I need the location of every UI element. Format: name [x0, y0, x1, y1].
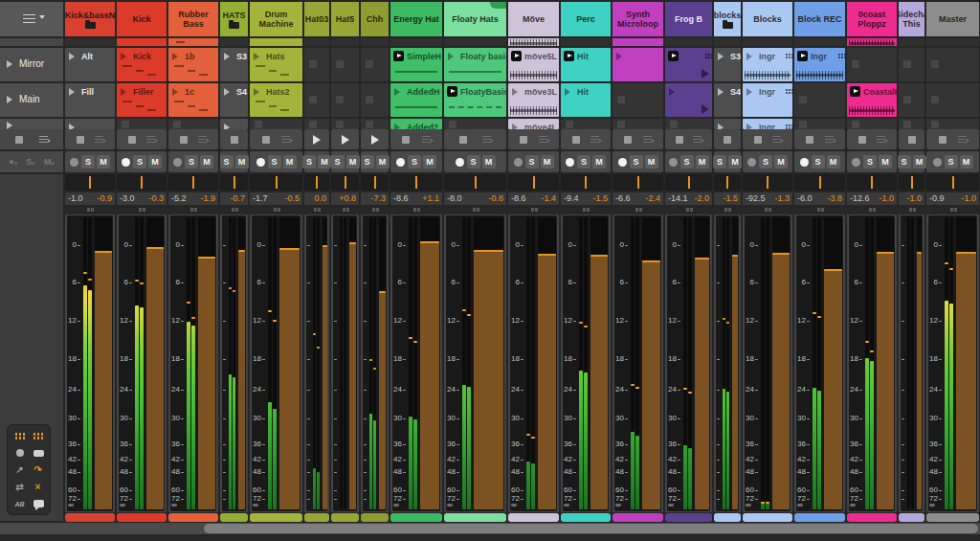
track-header-synth-microloop[interactable]: Synth Microloop	[612, 2, 663, 36]
clip-stop-icon[interactable]	[366, 96, 373, 103]
clip-play-icon[interactable]	[565, 88, 570, 96]
stop-all-icon[interactable]	[15, 136, 23, 144]
clip-slot[interactable]	[612, 119, 663, 129]
clip-slot[interactable]	[331, 48, 359, 81]
volume-fader[interactable]	[420, 241, 439, 509]
mixer-grid-icon[interactable]	[32, 430, 45, 440]
record-arm-button[interactable]	[122, 158, 130, 167]
scene-list-icon[interactable]	[958, 136, 967, 143]
stop-clips-icon[interactable]	[572, 136, 580, 144]
clip-stop-icon[interactable]	[366, 60, 373, 68]
pan-control[interactable]	[331, 174, 359, 191]
volume-fader[interactable]	[732, 255, 738, 509]
mute-button[interactable]: M	[879, 155, 892, 169]
scene-row-2[interactable]	[0, 119, 63, 129]
pan-control[interactable]	[168, 174, 218, 191]
stop-clips-icon[interactable]	[520, 136, 527, 144]
mute-button[interactable]: M	[148, 155, 162, 169]
track-header-kick-bassn[interactable]: Kick&bassN	[65, 2, 115, 36]
clip-playing-icon[interactable]	[393, 51, 404, 61]
volume-fader[interactable]	[279, 248, 300, 509]
solo-button[interactable]: S	[525, 155, 539, 169]
clip-slot[interactable]: Hit	[561, 48, 611, 81]
scene-play-icon[interactable]	[7, 96, 12, 103]
clip-stop-icon[interactable]	[173, 121, 181, 128]
mute-button[interactable]: M	[541, 155, 554, 169]
clip-play-icon[interactable]	[224, 53, 230, 60]
pan-control[interactable]	[794, 174, 845, 191]
clip-stop-icon[interactable]	[366, 121, 373, 128]
pan-control[interactable]	[899, 174, 924, 191]
mute-button[interactable]: M	[283, 155, 297, 169]
clip-play-icon[interactable]	[172, 88, 178, 96]
stop-clips-icon[interactable]	[624, 136, 632, 144]
pan-control[interactable]	[444, 174, 506, 191]
track-header-hat5[interactable]: Hat5	[331, 2, 359, 36]
scene-row-mirror[interactable]: Mirror	[0, 48, 63, 81]
pan-control[interactable]	[612, 174, 663, 191]
clip-slot[interactable]: Fill	[65, 83, 115, 117]
clip-play-icon[interactable]	[746, 53, 752, 60]
clip-slot[interactable]	[665, 83, 712, 117]
solo-button[interactable]: S	[185, 155, 198, 169]
record-arm-button[interactable]	[456, 158, 464, 167]
clip-slot[interactable]	[331, 119, 359, 129]
clip-slot[interactable]	[714, 119, 741, 129]
global-stop-row[interactable]	[0, 129, 63, 149]
io-routing-icon[interactable]: ↗	[13, 464, 27, 475]
stop-clips-icon[interactable]	[402, 136, 410, 144]
volume-fader[interactable]	[95, 251, 112, 509]
track-header-blocks[interactable]: Blocks	[743, 2, 792, 36]
clip-slot[interactable]: 1c	[168, 83, 218, 117]
clip-slot[interactable]	[612, 48, 663, 81]
track-header-hats[interactable]: HATS	[220, 2, 248, 36]
volume-fader[interactable]	[198, 257, 215, 509]
global-s-off-button[interactable]: Sx	[26, 157, 34, 167]
track-header-block-rec[interactable]: Block REC	[794, 2, 845, 36]
track-header-0coast-ploppz[interactable]: 0coast Ploppz	[847, 2, 897, 36]
scene-list-icon[interactable]	[877, 136, 885, 143]
track-header-frog-b[interactable]: Frog B	[665, 2, 712, 36]
clip-playing-triangle-icon[interactable]	[342, 135, 349, 145]
record-arm-button[interactable]	[173, 158, 182, 167]
clip-slot[interactable]: S4	[714, 83, 741, 117]
clip-slot[interactable]: S3	[220, 48, 248, 81]
launcher-header[interactable]	[0, 2, 63, 36]
clip-play-icon[interactable]	[254, 88, 259, 96]
clip-play-icon[interactable]	[69, 124, 75, 129]
clip-stop-icon[interactable]	[617, 96, 625, 103]
clip-stop-icon[interactable]	[852, 60, 859, 68]
mute-button[interactable]: M	[482, 155, 496, 169]
clip-slot[interactable]: S3	[714, 48, 741, 81]
clip-stop-icon[interactable]	[903, 96, 911, 103]
clip-slot[interactable]: Kick	[117, 48, 167, 81]
clip-stop-icon[interactable]	[903, 60, 911, 68]
clip-play-icon[interactable]	[121, 53, 126, 60]
track-header-master[interactable]: Master	[926, 2, 979, 36]
volume-fader[interactable]	[349, 242, 356, 509]
mute-button[interactable]: M	[913, 155, 926, 169]
solo-button[interactable]: S	[577, 155, 590, 169]
clip-slot[interactable]	[117, 119, 167, 129]
clip-stop-icon[interactable]	[931, 96, 939, 103]
mute-button[interactable]: M	[592, 155, 606, 169]
solo-button[interactable]: S	[331, 155, 345, 169]
clip-play-icon[interactable]	[254, 53, 259, 60]
solo-button[interactable]: S	[759, 155, 772, 169]
clip-slot[interactable]: möve3L	[508, 83, 559, 117]
clip-play-icon[interactable]	[616, 53, 622, 60]
pan-control[interactable]	[250, 174, 302, 191]
clip-slot[interactable]	[331, 83, 359, 117]
mute-button[interactable]: M	[235, 155, 249, 169]
mute-button[interactable]: M	[97, 155, 110, 169]
stop-clips-icon[interactable]	[128, 136, 136, 144]
clip-stop-icon[interactable]	[336, 121, 344, 128]
clip-slot[interactable]	[665, 48, 712, 81]
solo-button[interactable]: S	[268, 155, 281, 169]
clip-stop-icon[interactable]	[931, 121, 939, 128]
solo-button[interactable]: S	[133, 155, 146, 169]
mute-button[interactable]: M	[423, 155, 436, 169]
stop-clips-icon[interactable]	[676, 136, 683, 144]
clip-play-icon[interactable]	[69, 53, 75, 60]
solo-button[interactable]: S	[680, 155, 694, 169]
